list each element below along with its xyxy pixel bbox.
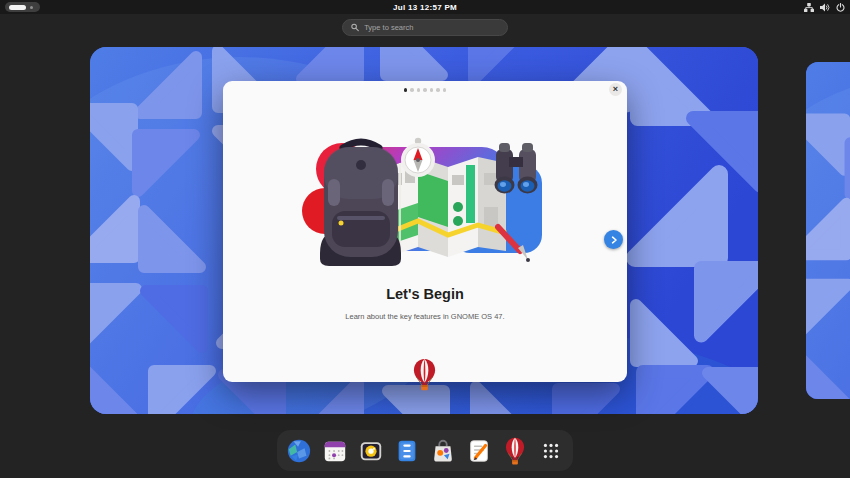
compass-illustration <box>401 138 435 177</box>
dock-item-tour[interactable] <box>501 437 529 465</box>
search-input[interactable] <box>364 23 499 32</box>
dock-item-text-editor[interactable] <box>465 437 493 465</box>
page-dot-5[interactable] <box>430 88 434 92</box>
dock-item-app-grid[interactable] <box>537 437 565 465</box>
dock-item-web[interactable] <box>285 437 313 465</box>
camera-icon <box>358 438 384 464</box>
clock[interactable]: Jul 13 12:57 PM <box>0 3 850 12</box>
web-browser-globe-icon <box>286 438 312 464</box>
page-dot-3[interactable] <box>417 88 421 92</box>
page-dot-6[interactable] <box>436 88 440 92</box>
chevron-right-icon <box>610 236 618 244</box>
workspace-dot <box>30 6 33 9</box>
workspace-active-pill <box>9 5 26 10</box>
dialog-title: Let's Begin <box>223 286 627 302</box>
top-bar: Jul 13 12:57 PM <box>0 0 850 14</box>
map-illustration <box>388 157 506 257</box>
close-button[interactable]: × <box>609 83 622 96</box>
software-bag-icon <box>430 438 456 464</box>
next-page-button[interactable] <box>604 230 623 249</box>
tour-illustration <box>300 135 550 270</box>
dock-item-files[interactable] <box>393 437 421 465</box>
search-icon <box>351 23 359 32</box>
dialog-subtitle: Learn about the key features in GNOME OS… <box>223 312 627 321</box>
dock-item-calendar[interactable] <box>321 437 349 465</box>
workspace-indicator[interactable] <box>5 2 40 12</box>
page-dot-1[interactable] <box>404 88 408 92</box>
network-wired-icon <box>804 3 814 12</box>
text-editor-icon <box>466 438 492 464</box>
backpack-illustration <box>320 142 401 266</box>
workspace-preview-2[interactable] <box>806 62 850 399</box>
page-dots <box>223 88 627 92</box>
search-bar[interactable] <box>342 19 508 36</box>
page-dot-2[interactable] <box>410 88 414 92</box>
tour-balloon-icon <box>504 437 526 465</box>
page-dot-4[interactable] <box>423 88 427 92</box>
status-area[interactable] <box>804 3 845 12</box>
dock-item-software[interactable] <box>429 437 457 465</box>
page-dot-7[interactable] <box>443 88 447 92</box>
volume-icon <box>820 3 830 12</box>
files-cabinet-icon <box>394 438 420 464</box>
calendar-icon <box>322 438 348 464</box>
tour-window-app-icon[interactable] <box>412 358 437 391</box>
power-icon <box>836 3 845 12</box>
dock-item-camera[interactable] <box>357 437 385 465</box>
dock <box>277 430 573 471</box>
tour-window: × <box>223 81 627 382</box>
app-grid-icon <box>538 438 564 464</box>
